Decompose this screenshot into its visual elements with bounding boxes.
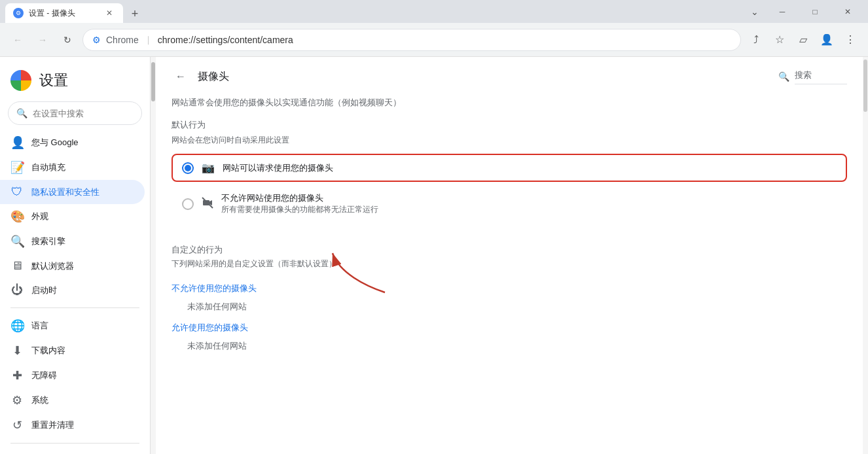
sidebar-item-search[interactable]: 🔍 搜索引擎 <box>0 229 145 254</box>
sidebar-label-appearance: 外观 <box>31 211 48 222</box>
url-text: chrome://settings/content/camera <box>158 35 293 45</box>
tab-close-button[interactable]: ✕ <box>103 7 115 19</box>
share-button[interactable]: ⤴ <box>746 30 766 50</box>
back-arrow-icon: ← <box>175 71 186 82</box>
sidebar-label-downloads: 下载内容 <box>31 345 65 357</box>
autofill-icon: 📝 <box>10 160 24 175</box>
url-bar[interactable]: ⚙ Chrome ｜ chrome://settings/content/cam… <box>82 29 741 51</box>
settings-content: ← 摄像头 🔍 搜索 网站通常会使用您的摄像头以实现通信功能（例如视频聊天） 默… <box>156 57 863 454</box>
forward-button[interactable]: → <box>33 30 52 50</box>
sidebar-item-reset[interactable]: ↺ 重置并清理 <box>0 413 145 438</box>
sidebar-item-startup[interactable]: ⏻ 启动时 <box>0 278 145 302</box>
sidebar-item-extensions[interactable]: 🧩 扩展程序 <box>0 449 145 454</box>
sidebar-label-privacy: 隐私设置和安全性 <box>31 186 99 198</box>
block-radio-input[interactable] <box>182 198 194 210</box>
reset-icon: ↺ <box>10 418 24 432</box>
menu-button[interactable]: ⋮ <box>841 30 860 50</box>
system-icon: ⚙ <box>10 393 24 408</box>
content-header: ← 摄像头 🔍 搜索 <box>156 57 863 92</box>
camera-icon: 📷 <box>202 162 215 174</box>
tab-title: 设置 - 摄像头 <box>29 8 98 19</box>
sidebar-label-browser: 默认浏览器 <box>31 260 74 272</box>
sidebar-item-downloads[interactable]: ⬇ 下载内容 <box>0 338 145 363</box>
sidebar-item-autofill[interactable]: 📝 自动填充 <box>0 155 145 180</box>
sidebar-label-search: 搜索引擎 <box>31 236 65 247</box>
titlebar: ⚙ 设置 - 摄像头 ✕ + ⌄ ─ □ ✕ <box>0 0 868 23</box>
sidebar-item-privacy[interactable]: 🛡 隐私设置和安全性 <box>0 180 145 204</box>
person-icon: 👤 <box>10 135 24 150</box>
collapse-tabs-icon[interactable]: ⌄ <box>748 5 762 19</box>
allowed-cameras-label[interactable]: 允许使用您的摄像头 <box>156 317 863 336</box>
refresh-button[interactable]: ↻ <box>58 30 77 50</box>
chrome-logo <box>10 70 31 91</box>
default-behavior-sublabel: 网站会在您访问时自动采用此设置 <box>172 135 847 146</box>
sidebar-label-autofill: 自动填充 <box>31 162 65 173</box>
search-icon: 🔍 <box>10 234 24 249</box>
new-tab-button[interactable]: + <box>126 5 144 23</box>
addressbar: ← → ↻ ⚙ Chrome ｜ chrome://settings/conte… <box>0 23 868 57</box>
main-layout: 设置 🔍 👤 您与 Google 📝 自动填充 🛡 隐私设置和安全性 🎨 外观 … <box>0 57 868 454</box>
content-search-icon: 🔍 <box>778 71 789 82</box>
settings-url-icon: ⚙ <box>92 35 101 45</box>
allow-camera-option[interactable]: 📷 网站可以请求使用您的摄像头 <box>172 154 847 182</box>
addressbar-actions: ⤴ ☆ ▱ 👤 ⋮ <box>746 30 860 50</box>
sidebar: 设置 🔍 👤 您与 Google 📝 自动填充 🛡 隐私设置和安全性 🎨 外观 … <box>0 57 151 454</box>
chrome-label: Chrome <box>106 35 139 45</box>
main-content: ← 摄像头 🔍 搜索 网站通常会使用您的摄像头以实现通信功能（例如视频聊天） 默… <box>156 57 868 454</box>
content-back-button[interactable]: ← <box>172 67 190 86</box>
allow-radio-input[interactable] <box>182 162 194 174</box>
sidebar-item-language[interactable]: 🌐 语言 <box>0 313 145 338</box>
sidebar-label-language: 语言 <box>31 320 48 332</box>
allow-camera-text: 网站可以请求使用您的摄像头 <box>223 162 333 174</box>
minimize-button[interactable]: ─ <box>767 0 797 23</box>
sidebar-title: 设置 <box>39 71 68 90</box>
block-camera-text-wrap: 不允许网站使用您的摄像头 所有需要使用摄像头的功能都将无法正常运行 <box>221 192 378 215</box>
sidebar-search-icon: 🔍 <box>16 108 27 118</box>
bookmark-button[interactable]: ☆ <box>770 30 789 50</box>
sidebar-label-system: 系统 <box>31 394 48 406</box>
blocked-cameras-label[interactable]: 不允许使用您的摄像头 <box>156 277 863 297</box>
sidebar-label-startup: 启动时 <box>31 285 57 296</box>
startup-icon: ⏻ <box>10 283 24 297</box>
blocked-camera-icon <box>202 197 213 211</box>
default-behavior-section: 默认行为 网站会在您访问时自动采用此设置 📷 网站可以请求使用您的摄像头 <box>156 119 863 223</box>
content-page-title: 摄像头 <box>198 70 229 84</box>
split-view-button[interactable]: ▱ <box>793 30 813 50</box>
sidebar-label-accessibility: 无障碍 <box>31 370 57 381</box>
sidebar-search-bar[interactable]: 🔍 <box>8 101 142 125</box>
block-camera-text: 不允许网站使用您的摄像头 <box>221 192 378 204</box>
sidebar-item-accessibility[interactable]: ✚ 无障碍 <box>0 363 145 388</box>
sidebar-scrollbar[interactable] <box>151 57 156 454</box>
download-icon: ⬇ <box>10 343 24 358</box>
url-separator: ｜ <box>144 34 153 46</box>
back-button[interactable]: ← <box>8 30 27 50</box>
allowed-cameras-empty: 未添加任何网站 <box>156 336 863 356</box>
content-scrollbar-thumb[interactable] <box>863 60 867 112</box>
sidebar-label-reset: 重置并清理 <box>31 419 74 431</box>
shield-icon: 🛡 <box>10 185 24 199</box>
close-button[interactable]: ✕ <box>833 0 863 23</box>
default-behavior-label: 默认行为 <box>172 119 847 131</box>
language-icon: 🌐 <box>10 319 24 333</box>
tab-favicon: ⚙ <box>13 8 24 18</box>
sidebar-search-input[interactable] <box>33 109 143 118</box>
sidebar-item-google[interactable]: 👤 您与 Google <box>0 130 145 155</box>
block-camera-subtext: 所有需要使用摄像头的功能都将无法正常运行 <box>221 204 378 215</box>
window-controls: ─ □ ✕ <box>767 0 863 23</box>
maximize-button[interactable]: □ <box>800 0 830 23</box>
content-search-field[interactable]: 搜索 <box>795 69 847 84</box>
sidebar-item-default-browser[interactable]: 🖥 默认浏览器 <box>0 254 145 278</box>
sidebar-divider <box>10 307 139 308</box>
sidebar-scrollbar-thumb[interactable] <box>151 62 155 101</box>
camera-description: 网站通常会使用您的摄像头以实现通信功能（例如视频聊天） <box>156 92 863 119</box>
accessibility-icon: ✚ <box>10 368 24 383</box>
block-camera-option[interactable]: 不允许网站使用您的摄像头 所有需要使用摄像头的功能都将无法正常运行 <box>172 184 847 223</box>
appearance-icon: 🎨 <box>10 209 24 224</box>
profile-button[interactable]: 👤 <box>817 30 837 50</box>
sidebar-item-system[interactable]: ⚙ 系统 <box>0 388 145 413</box>
sidebar-item-appearance[interactable]: 🎨 外观 <box>0 204 145 229</box>
allow-radio-dot <box>185 165 191 171</box>
content-search-area: 🔍 搜索 <box>778 69 847 84</box>
active-tab[interactable]: ⚙ 设置 - 摄像头 ✕ <box>5 3 123 23</box>
content-scrollbar[interactable] <box>863 57 868 454</box>
